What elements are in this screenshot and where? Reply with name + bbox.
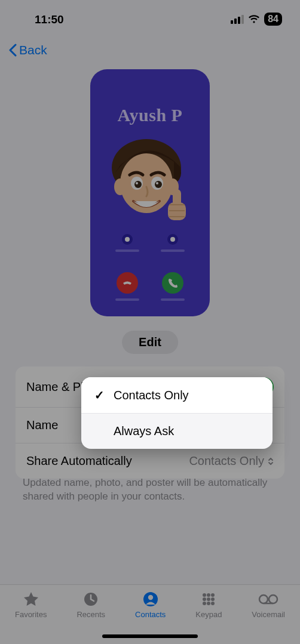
- menu-item-always-ask[interactable]: Always Ask: [81, 413, 273, 449]
- menu-item-contacts-only[interactable]: ✓ Contacts Only: [81, 377, 273, 413]
- modal-scrim[interactable]: [0, 0, 300, 644]
- share-automatically-menu: ✓ Contacts Only Always Ask: [81, 377, 273, 449]
- menu-item-label: Contacts Only: [114, 389, 189, 402]
- checkmark-icon: ✓: [93, 388, 105, 402]
- menu-item-label: Always Ask: [114, 424, 174, 438]
